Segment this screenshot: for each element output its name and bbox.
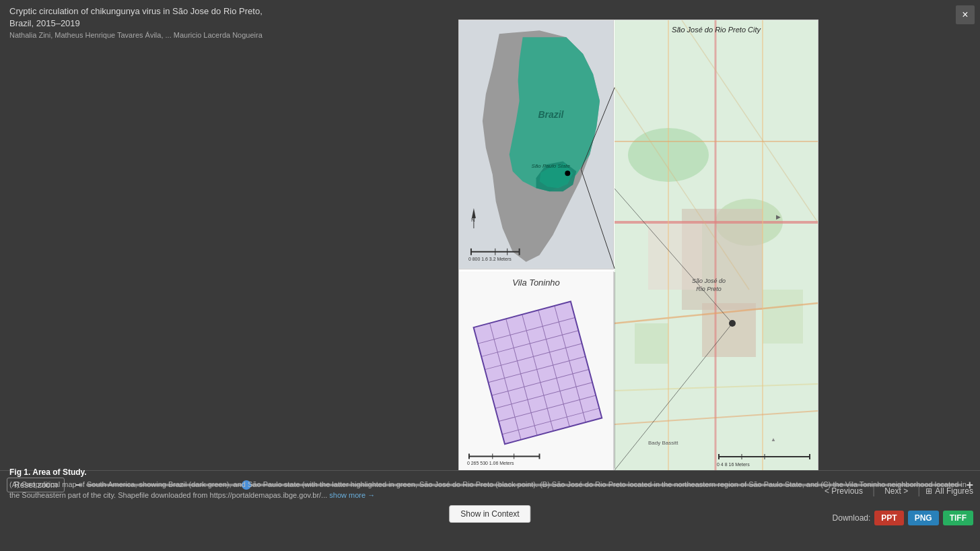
- svg-text:São José do Rio Preto City: São José do Rio Preto City: [671, 26, 761, 34]
- figure-wrapper: Brazil São Paulo State N 0 800 1.6 3.2 M…: [458, 20, 818, 471]
- south-america-map: Brazil São Paulo State N 0 800 1.6 3.2 M…: [459, 20, 614, 269]
- download-tiff-button[interactable]: TIFF: [943, 511, 973, 525]
- svg-text:Brazil: Brazil: [538, 109, 564, 120]
- caption-title: Fig 1. Area of Study.: [9, 467, 87, 477]
- city-map: São José do Rio Preto São José do Rio Pr…: [615, 20, 818, 470]
- caption-text: (A) Geopolitical map of South America, s…: [9, 480, 971, 500]
- svg-text:0    800   1.6   3.2 Meters: 0 800 1.6 3.2 Meters: [468, 257, 511, 261]
- article-authors: Nathalia Zini, Matheus Henrique Tavares …: [9, 31, 280, 39]
- neighborhood-map: Vila Toninho: [459, 271, 614, 470]
- svg-text:São Paulo State: São Paulo State: [531, 163, 570, 169]
- svg-text:Bady Bassitt: Bady Bassitt: [648, 440, 678, 446]
- svg-rect-41: [635, 323, 668, 364]
- download-area: Download: PPT PNG TIFF: [833, 511, 973, 525]
- svg-rect-40: [763, 290, 803, 344]
- show-more-link[interactable]: show more →: [329, 491, 375, 499]
- download-ppt-button[interactable]: PPT: [874, 511, 903, 525]
- header: Cryptic circulation of chikungunya virus…: [0, 0, 289, 44]
- article-title: Cryptic circulation of chikungunya virus…: [9, 5, 280, 30]
- download-png-button[interactable]: PNG: [908, 511, 939, 525]
- svg-text:▲: ▲: [771, 436, 776, 443]
- caption-area: Fig 1. Area of Study. (A) Geopolitical m…: [0, 463, 980, 504]
- svg-text:Vila Toninho: Vila Toninho: [512, 278, 560, 288]
- svg-point-2: [565, 170, 570, 176]
- svg-text:▶: ▶: [776, 214, 781, 220]
- figure-container: Brazil São Paulo State N 0 800 1.6 3.2 M…: [296, 20, 980, 470]
- bottom-bar: Reset zoom − + < Previous | Next > | ⊞ A…: [0, 470, 980, 551]
- show-in-context-button[interactable]: Show in Context: [449, 505, 530, 523]
- download-label: Download:: [833, 513, 871, 523]
